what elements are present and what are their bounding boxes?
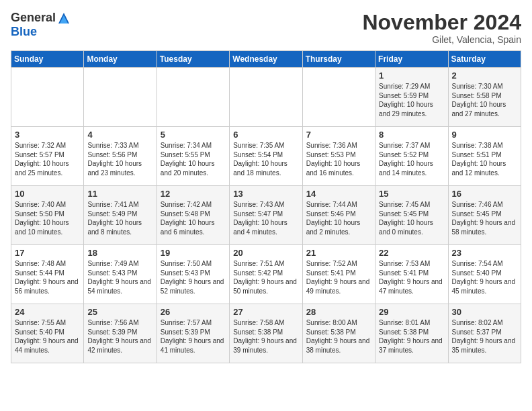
day-number: 27	[233, 307, 298, 317]
cell-content: Sunrise: 7:35 AMSunset: 5:54 PMDaylight:…	[233, 141, 298, 177]
table-row: 6Sunrise: 7:35 AMSunset: 5:54 PMDaylight…	[230, 127, 302, 186]
table-row: 12Sunrise: 7:42 AMSunset: 5:48 PMDayligh…	[157, 186, 229, 245]
table-row	[84, 68, 157, 127]
table-row: 28Sunrise: 8:00 AMSunset: 5:38 PMDayligh…	[302, 304, 375, 363]
cell-content: Sunrise: 7:33 AMSunset: 5:56 PMDaylight:…	[87, 141, 152, 177]
cell-content: Sunrise: 7:41 AMSunset: 5:49 PMDaylight:…	[87, 200, 152, 236]
day-number: 14	[306, 189, 371, 199]
day-number: 11	[87, 189, 152, 199]
table-row: 22Sunrise: 7:53 AMSunset: 5:41 PMDayligh…	[375, 245, 448, 304]
header-thursday: Thursday	[302, 51, 375, 68]
day-number: 2	[452, 71, 517, 81]
day-number: 15	[379, 189, 444, 199]
cell-content: Sunrise: 7:37 AMSunset: 5:52 PMDaylight:…	[379, 141, 444, 177]
table-row	[302, 68, 375, 127]
table-row: 9Sunrise: 7:38 AMSunset: 5:51 PMDaylight…	[448, 127, 521, 186]
day-number: 29	[379, 307, 444, 317]
table-row: 1Sunrise: 7:29 AMSunset: 5:59 PMDaylight…	[375, 68, 448, 127]
table-row: 2Sunrise: 7:30 AMSunset: 5:58 PMDaylight…	[448, 68, 521, 127]
cell-content: Sunrise: 7:44 AMSunset: 5:46 PMDaylight:…	[306, 200, 371, 236]
month-title: November 2024	[362, 11, 521, 34]
calendar-week-row: 10Sunrise: 7:40 AMSunset: 5:50 PMDayligh…	[11, 186, 521, 245]
table-row: 3Sunrise: 7:32 AMSunset: 5:57 PMDaylight…	[11, 127, 84, 186]
table-row	[157, 68, 229, 127]
cell-content: Sunrise: 7:46 AMSunset: 5:45 PMDaylight:…	[452, 200, 517, 236]
day-number: 13	[233, 189, 298, 199]
day-number: 20	[233, 248, 298, 258]
cell-content: Sunrise: 7:58 AMSunset: 5:38 PMDaylight:…	[233, 318, 298, 355]
day-number: 4	[87, 130, 152, 140]
day-number: 23	[452, 248, 517, 258]
table-row: 26Sunrise: 7:57 AMSunset: 5:39 PMDayligh…	[157, 304, 229, 363]
header-friday: Friday	[375, 51, 448, 68]
cell-content: Sunrise: 7:32 AMSunset: 5:57 PMDaylight:…	[15, 141, 80, 177]
calendar-week-row: 1Sunrise: 7:29 AMSunset: 5:59 PMDaylight…	[11, 68, 521, 127]
location-text: Gilet, Valencia, Spain	[362, 34, 521, 45]
day-number: 30	[452, 307, 517, 317]
header-monday: Monday	[84, 51, 157, 68]
day-number: 5	[161, 130, 226, 140]
day-number: 10	[15, 189, 80, 199]
cell-content: Sunrise: 7:45 AMSunset: 5:45 PMDaylight:…	[379, 200, 444, 236]
cell-content: Sunrise: 7:52 AMSunset: 5:41 PMDaylight:…	[306, 259, 371, 295]
table-row: 13Sunrise: 7:43 AMSunset: 5:47 PMDayligh…	[230, 186, 302, 245]
cell-content: Sunrise: 7:42 AMSunset: 5:48 PMDaylight:…	[161, 200, 226, 236]
cell-content: Sunrise: 7:48 AMSunset: 5:44 PMDaylight:…	[15, 259, 80, 295]
calendar-table: Sunday Monday Tuesday Wednesday Thursday…	[11, 50, 521, 363]
day-number: 3	[15, 130, 80, 140]
table-row: 25Sunrise: 7:56 AMSunset: 5:39 PMDayligh…	[84, 304, 157, 363]
table-row: 16Sunrise: 7:46 AMSunset: 5:45 PMDayligh…	[448, 186, 521, 245]
cell-content: Sunrise: 7:30 AMSunset: 5:58 PMDaylight:…	[452, 82, 517, 118]
table-row: 19Sunrise: 7:50 AMSunset: 5:43 PMDayligh…	[157, 245, 229, 304]
cell-content: Sunrise: 7:51 AMSunset: 5:42 PMDaylight:…	[233, 259, 298, 295]
table-row: 11Sunrise: 7:41 AMSunset: 5:49 PMDayligh…	[84, 186, 157, 245]
logo: General Blue	[11, 11, 71, 39]
table-row: 21Sunrise: 7:52 AMSunset: 5:41 PMDayligh…	[302, 245, 375, 304]
cell-content: Sunrise: 7:34 AMSunset: 5:55 PMDaylight:…	[161, 141, 226, 177]
day-number: 26	[161, 307, 226, 317]
cell-content: Sunrise: 7:43 AMSunset: 5:47 PMDaylight:…	[233, 200, 298, 236]
cell-content: Sunrise: 7:55 AMSunset: 5:40 PMDaylight:…	[15, 318, 80, 355]
day-number: 21	[306, 248, 371, 258]
cell-content: Sunrise: 8:02 AMSunset: 5:37 PMDaylight:…	[452, 318, 517, 355]
day-number: 7	[306, 130, 371, 140]
header-sunday: Sunday	[11, 51, 84, 68]
cell-content: Sunrise: 8:01 AMSunset: 5:38 PMDaylight:…	[379, 318, 444, 355]
table-row: 29Sunrise: 8:01 AMSunset: 5:38 PMDayligh…	[375, 304, 448, 363]
table-row: 30Sunrise: 8:02 AMSunset: 5:37 PMDayligh…	[448, 304, 521, 363]
day-number: 6	[233, 130, 298, 140]
day-number: 18	[87, 248, 152, 258]
logo-icon	[57, 11, 71, 25]
day-number: 28	[306, 307, 371, 317]
table-row: 5Sunrise: 7:34 AMSunset: 5:55 PMDaylight…	[157, 127, 229, 186]
day-number: 8	[379, 130, 444, 140]
cell-content: Sunrise: 7:36 AMSunset: 5:53 PMDaylight:…	[306, 141, 371, 177]
table-row: 10Sunrise: 7:40 AMSunset: 5:50 PMDayligh…	[11, 186, 84, 245]
cell-content: Sunrise: 7:56 AMSunset: 5:39 PMDaylight:…	[87, 318, 152, 355]
title-area: November 2024 Gilet, Valencia, Spain	[362, 11, 521, 45]
table-row	[230, 68, 302, 127]
table-row: 15Sunrise: 7:45 AMSunset: 5:45 PMDayligh…	[375, 186, 448, 245]
calendar-body: 1Sunrise: 7:29 AMSunset: 5:59 PMDaylight…	[11, 68, 521, 363]
day-number: 16	[452, 189, 517, 199]
table-row: 18Sunrise: 7:49 AMSunset: 5:43 PMDayligh…	[84, 245, 157, 304]
day-number: 17	[15, 248, 80, 258]
header-saturday: Saturday	[448, 51, 521, 68]
table-row: 8Sunrise: 7:37 AMSunset: 5:52 PMDaylight…	[375, 127, 448, 186]
table-row: 17Sunrise: 7:48 AMSunset: 5:44 PMDayligh…	[11, 245, 84, 304]
cell-content: Sunrise: 7:38 AMSunset: 5:51 PMDaylight:…	[452, 141, 517, 177]
logo-blue-text: Blue	[11, 25, 37, 39]
weekday-header-row: Sunday Monday Tuesday Wednesday Thursday…	[11, 51, 521, 68]
cell-content: Sunrise: 7:57 AMSunset: 5:39 PMDaylight:…	[161, 318, 226, 355]
table-row: 7Sunrise: 7:36 AMSunset: 5:53 PMDaylight…	[302, 127, 375, 186]
calendar-week-row: 24Sunrise: 7:55 AMSunset: 5:40 PMDayligh…	[11, 304, 521, 363]
cell-content: Sunrise: 7:54 AMSunset: 5:40 PMDaylight:…	[452, 259, 517, 295]
table-row: 14Sunrise: 7:44 AMSunset: 5:46 PMDayligh…	[302, 186, 375, 245]
header-wednesday: Wednesday	[230, 51, 302, 68]
day-number: 12	[161, 189, 226, 199]
day-number: 22	[379, 248, 444, 258]
cell-content: Sunrise: 7:29 AMSunset: 5:59 PMDaylight:…	[379, 82, 444, 118]
table-row: 20Sunrise: 7:51 AMSunset: 5:42 PMDayligh…	[230, 245, 302, 304]
table-row: 23Sunrise: 7:54 AMSunset: 5:40 PMDayligh…	[448, 245, 521, 304]
day-number: 25	[87, 307, 152, 317]
